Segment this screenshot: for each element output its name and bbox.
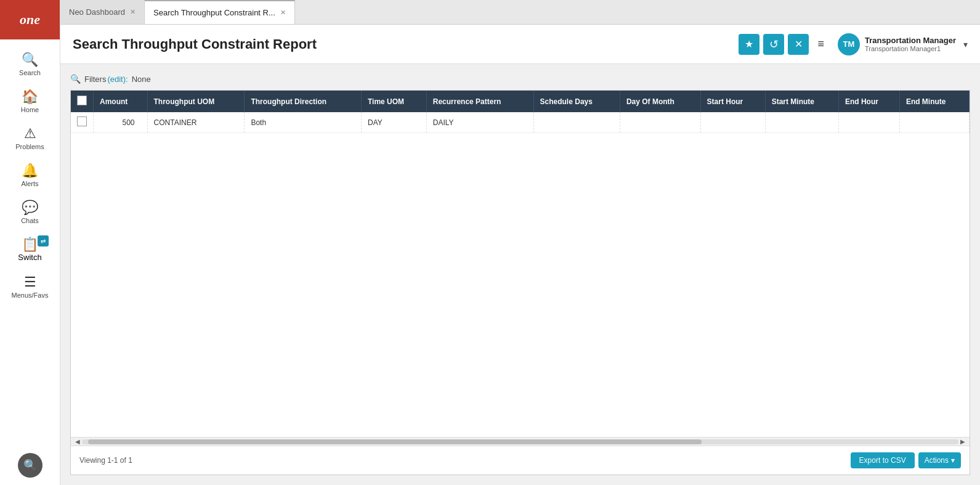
tab-close-search-throughput[interactable]: ✕: [280, 9, 286, 17]
col-start-minute: Start Minute: [765, 91, 838, 112]
cell-recurrence-pattern: DAILY: [426, 112, 533, 133]
close-report-button[interactable]: ✕: [788, 34, 809, 55]
col-day-of-month: Day Of Month: [620, 91, 700, 112]
sidebar-item-label-home: Home: [21, 106, 39, 113]
actions-label: Actions: [925, 456, 949, 465]
sidebar-item-switch[interactable]: 📋 ⇄ Switch: [0, 229, 60, 267]
filter-edit-link[interactable]: (edit):: [107, 75, 128, 84]
row-checkbox[interactable]: [77, 116, 87, 126]
table-body: 500 CONTAINER Both DAY DAILY: [71, 112, 970, 133]
tab-search-throughput[interactable]: Search Throughput Constraint R... ✕: [145, 0, 295, 24]
user-avatar-small[interactable]: 🔍: [18, 453, 43, 478]
cell-start-minute: [765, 112, 838, 133]
table-header: Amount Throughput UOM Throughput Directi…: [71, 91, 970, 112]
footer-buttons: Export to CSV Actions ▾: [851, 452, 961, 468]
col-checkbox: [71, 91, 94, 112]
cell-time-uom: DAY: [361, 112, 426, 133]
col-end-hour: End Hour: [838, 91, 899, 112]
sidebar-item-chats[interactable]: 💬 Chats: [0, 192, 60, 229]
col-throughput-uom: Throughput UOM: [147, 91, 245, 112]
sidebar-bottom[interactable]: 🔍: [18, 446, 43, 485]
filter-icon: 🔍: [70, 74, 81, 84]
sidebar-item-label-alerts: Alerts: [21, 180, 38, 187]
sidebar-item-label-menus: Menus/Favs: [12, 291, 49, 299]
user-avatar: TM: [838, 33, 860, 55]
sidebar-item-label-switch: Switch: [18, 253, 41, 262]
header-actions: ★ ↺ ✕ ≡ TM Transportation Manager Transp…: [739, 33, 968, 55]
hamburger-icon: ≡: [817, 38, 824, 50]
hamburger-menu-button[interactable]: ≡: [812, 35, 829, 53]
warning-icon: ⚠: [24, 126, 36, 142]
sidebar-item-home[interactable]: 🏠 Home: [0, 81, 60, 118]
select-all-checkbox[interactable]: [77, 96, 87, 105]
scroll-track[interactable]: [82, 439, 958, 444]
tab-label-neo-dashboard: Neo Dashboard: [69, 7, 125, 17]
refresh-button[interactable]: ↺: [763, 34, 784, 55]
favorite-button[interactable]: ★: [739, 34, 759, 55]
switch-badge: ⇄: [38, 235, 49, 247]
page-title: Search Throughput Constraint Report: [73, 36, 739, 52]
col-amount: Amount: [94, 91, 148, 112]
chat-icon: 💬: [22, 200, 38, 216]
cell-end-hour: [838, 112, 899, 133]
scroll-thumb[interactable]: [88, 439, 702, 444]
sidebar-item-menus[interactable]: ☰ Menus/Favs: [0, 267, 60, 304]
tab-close-neo-dashboard[interactable]: ✕: [130, 8, 136, 16]
cell-start-hour: [700, 112, 765, 133]
user-avatar-icon: 🔍: [23, 459, 37, 472]
sidebar-item-search[interactable]: 🔍 Search: [0, 44, 60, 81]
export-csv-button[interactable]: Export to CSV: [851, 452, 915, 468]
viewing-count: Viewing 1-1 of 1: [79, 456, 132, 465]
col-time-uom: Time UOM: [361, 91, 426, 112]
col-schedule-days: Schedule Days: [533, 91, 620, 112]
actions-dropdown-icon: ▾: [951, 456, 955, 465]
col-end-minute: End Minute: [899, 91, 969, 112]
tab-label-search-throughput: Search Throughput Constraint R...: [153, 8, 275, 17]
cell-end-minute: [899, 112, 969, 133]
bell-icon: 🔔: [22, 163, 38, 179]
sidebar-item-label-problems: Problems: [15, 143, 44, 150]
user-name: Transportation Manager: [865, 36, 956, 45]
content-body: 🔍 Filters (edit): None Amount Throughput…: [60, 64, 980, 485]
switch-icon: 📋: [22, 237, 38, 253]
refresh-icon: ↺: [769, 38, 779, 51]
menu-icon: ☰: [24, 274, 36, 290]
sidebar-item-problems[interactable]: ⚠ Problems: [0, 118, 60, 155]
horizontal-scrollbar[interactable]: ◀ ▶: [71, 437, 970, 446]
table-footer: Viewing 1-1 of 1 Export to CSV Actions ▾: [71, 446, 970, 475]
cell-throughput-uom: CONTAINER: [147, 112, 245, 133]
scroll-right-arrow[interactable]: ▶: [958, 438, 967, 445]
user-role: Transportation Manager1: [865, 45, 956, 52]
cell-amount: 500: [94, 112, 148, 133]
user-dropdown-button[interactable]: ▾: [963, 39, 968, 49]
tabs-bar: Neo Dashboard ✕ Search Throughput Constr…: [60, 0, 980, 25]
cell-schedule-days: [533, 112, 620, 133]
actions-button[interactable]: Actions ▾: [918, 452, 961, 468]
filter-value: None: [132, 75, 151, 84]
table-wrapper: Amount Throughput UOM Throughput Directi…: [70, 90, 970, 475]
user-text: Transportation Manager Transportation Ma…: [865, 36, 956, 52]
close-icon: ✕: [795, 38, 803, 50]
scroll-left-arrow[interactable]: ◀: [73, 438, 82, 445]
cell-throughput-direction: Both: [245, 112, 362, 133]
col-recurrence-pattern: Recurrence Pattern: [426, 91, 533, 112]
star-icon: ★: [745, 38, 753, 50]
results-table: Amount Throughput UOM Throughput Directi…: [71, 91, 970, 133]
filters-label: Filters: [84, 75, 106, 84]
cell-day-of-month: [620, 112, 700, 133]
filter-bar: 🔍 Filters (edit): None: [70, 74, 970, 84]
table-scroll[interactable]: Amount Throughput UOM Throughput Directi…: [71, 91, 970, 437]
col-start-hour: Start Hour: [700, 91, 765, 112]
app-logo[interactable]: one: [0, 0, 60, 39]
tab-neo-dashboard[interactable]: Neo Dashboard ✕: [60, 0, 145, 24]
row-checkbox-cell[interactable]: [71, 112, 94, 133]
user-info: TM Transportation Manager Transportation…: [838, 33, 968, 55]
sidebar-item-label-search: Search: [19, 69, 41, 76]
search-icon: 🔍: [22, 52, 38, 68]
main-area: Neo Dashboard ✕ Search Throughput Constr…: [60, 0, 980, 485]
content-header: Search Throughput Constraint Report ★ ↺ …: [60, 25, 980, 64]
table-row[interactable]: 500 CONTAINER Both DAY DAILY: [71, 112, 970, 133]
sidebar-nav: 🔍 Search 🏠 Home ⚠ Problems 🔔 Alerts 💬 Ch…: [0, 39, 60, 446]
sidebar-item-alerts[interactable]: 🔔 Alerts: [0, 155, 60, 192]
col-throughput-direction: Throughput Direction: [245, 91, 362, 112]
